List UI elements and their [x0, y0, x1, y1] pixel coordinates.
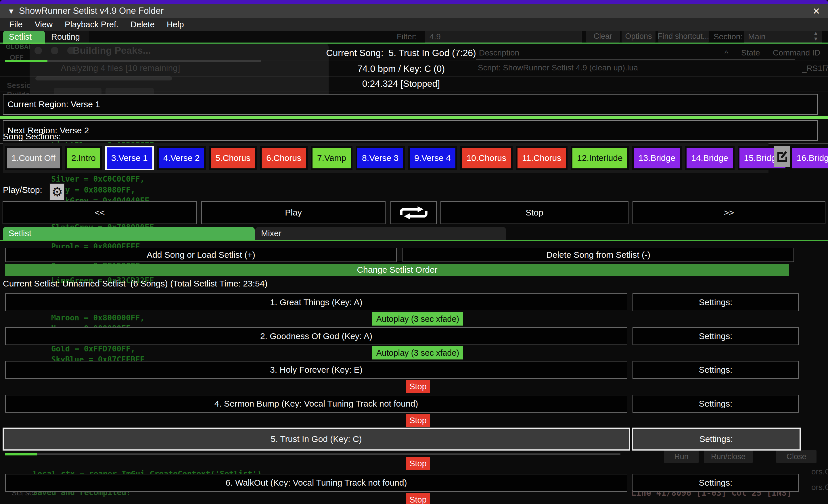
song-settings-4[interactable]: Settings: [632, 395, 799, 413]
playback-settings-button[interactable]: ⚙ [49, 183, 65, 201]
song-row-1[interactable]: 1. Great Things (Key: A) [5, 293, 627, 311]
edit-sections-button[interactable] [774, 146, 790, 167]
song-settings-6[interactable]: Settings: [632, 474, 799, 492]
tab-mixer-label: Mixer [261, 229, 282, 238]
song-settings-3[interactable]: Settings: [632, 361, 799, 379]
song-row-2[interactable]: 2. Goodness Of God (Key: A) [5, 327, 627, 345]
transition-label: Stop [409, 495, 427, 504]
add-song-button[interactable]: Add Song or Load Setlist (+) [5, 248, 397, 262]
divider [0, 91, 828, 91]
transition-badge-2[interactable]: Autoplay (3 sec xfade) [372, 346, 463, 360]
bg-find-shortcut-button: Find shortcut... [658, 30, 709, 43]
song-settings-5[interactable]: Settings: [632, 427, 801, 451]
edit-icon [776, 149, 788, 164]
time-status-value: 0:24.324 [Stopped] [362, 79, 440, 89]
section-button-count-off[interactable]: 1.Count Off [5, 146, 62, 170]
transition-label: Autoplay (3 sec xfade) [376, 314, 459, 324]
section-button-bridge-13[interactable]: 13.Bridge [632, 146, 682, 170]
change-order-button[interactable]: Change Setlist Order [5, 264, 789, 276]
tab-setlist-main[interactable]: Setlist [3, 31, 45, 43]
transition-label: Stop [409, 459, 427, 468]
tab-underline [0, 43, 828, 44]
song-title: 3. Holy Forever (Key: E) [270, 365, 363, 375]
settings-label: Settings: [699, 297, 733, 307]
tab-routing[interactable]: Routing [45, 31, 89, 43]
loop-toggle-button[interactable] [390, 201, 437, 224]
song-row-6[interactable]: 6. WalkOut (Key: Vocal Tuning Track not … [5, 474, 627, 492]
section-button-chorus-11[interactable]: 11.Chorus [516, 146, 568, 170]
add-song-label: Add Song or Load Setlist (+) [147, 250, 255, 260]
settings-label: Settings: [699, 331, 733, 341]
song-row-3[interactable]: 3. Holy Forever (Key: E) [5, 361, 627, 379]
bg-code-line: Maroon = 0x800000FF, [51, 313, 144, 322]
transition-badge-3[interactable]: Stop [406, 380, 430, 393]
song-row-4[interactable]: 4. Sermon Bump (Key: Vocal Tuning Track … [5, 395, 627, 413]
section-button-vamp[interactable]: 7.Vamp [311, 146, 353, 170]
section-button-verse-3[interactable]: 8.Verse 3 [356, 146, 405, 170]
play-button[interactable]: Play [201, 201, 385, 224]
title-bar[interactable]: ▼ ShowRunner Setlist v4.9 One Folder ✕ [0, 4, 828, 18]
section-label: 1.Count Off [11, 153, 55, 163]
stop-button[interactable]: Stop [441, 201, 628, 224]
song-settings-2[interactable]: Settings: [632, 327, 799, 345]
window-title: ShowRunner Setlist v4.9 One Folder [19, 6, 164, 16]
bg-action-row-command-id: _RS1f700bf0bd [802, 64, 828, 73]
bg-filter-value: 4.9 [429, 32, 441, 41]
menu-file[interactable]: File [9, 20, 23, 29]
current-region-box: Current Region: Verse 1 [3, 94, 818, 114]
menu-help[interactable]: Help [167, 20, 184, 29]
section-button-chorus-6[interactable]: 6.Chorus [260, 146, 307, 170]
change-order-label: Change Setlist Order [357, 265, 437, 275]
loop-icon [397, 204, 430, 221]
tempo-key-value: 74.0 bpm / Key: C (0) [357, 63, 445, 74]
menu-playback-pref[interactable]: Playback Pref. [65, 20, 118, 29]
time-status-line: 0:24.324 [Stopped] [0, 77, 802, 90]
bg-code-line: Silver = 0xC0C0C0FF, [51, 174, 144, 183]
tab-mixer[interactable]: Mixer [255, 227, 506, 240]
settings-label: Settings: [699, 478, 733, 488]
section-label: 13.Bridge [638, 153, 675, 163]
settings-label: Settings: [700, 434, 733, 444]
section-label: 8.Verse 3 [362, 153, 399, 163]
song-settings-1[interactable]: Settings: [632, 293, 799, 311]
transition-badge-6[interactable]: Stop [406, 493, 430, 504]
prev-song-button[interactable]: << [3, 201, 197, 224]
transition-label: Stop [409, 416, 427, 425]
section-button-bridge-16[interactable]: 16.Bridge [790, 146, 828, 170]
section-label: 3.Verse 1 [111, 153, 148, 163]
bg-filter-label: Filter: [397, 32, 417, 41]
transition-badge-1[interactable]: Autoplay (3 sec xfade) [372, 312, 463, 326]
current-song-line: Current Song: 5. Trust In God (7:26) [0, 45, 802, 60]
delete-song-label: Delete Song from Setlist (-) [546, 250, 650, 260]
song-title: 2. Goodness Of God (Key: A) [260, 331, 372, 341]
section-button-interlude[interactable]: 12.Interlude [571, 146, 629, 170]
transition-label: Autoplay (3 sec xfade) [376, 348, 459, 358]
delete-song-button[interactable]: Delete Song from Setlist (-) [403, 248, 794, 262]
section-button-chorus-10[interactable]: 10.Chorus [460, 146, 512, 170]
menu-view[interactable]: View [35, 20, 53, 29]
mini-progress-fill [5, 60, 47, 62]
section-button-bridge-14[interactable]: 14.Bridge [685, 146, 734, 170]
tab-setlist-sub[interactable]: Setlist [3, 227, 255, 240]
setlist-summary: Current Setlist: Unnamed Setlist (6 Song… [3, 279, 267, 288]
tab-underline-active [3, 43, 45, 44]
next-song-button[interactable]: >> [632, 201, 825, 224]
next-song-label: >> [724, 208, 734, 218]
bg-clear-button: Clear [586, 30, 620, 43]
song-progress-track [5, 453, 620, 455]
section-button-verse-2[interactable]: 4.Verse 2 [157, 146, 206, 170]
section-button-chorus-5[interactable]: 5.Chorus [209, 146, 257, 170]
section-button-intro[interactable]: 2.Intro [65, 146, 102, 170]
close-icon[interactable]: ✕ [813, 6, 820, 17]
transition-badge-4[interactable]: Stop [406, 414, 430, 427]
menu-delete[interactable]: Delete [130, 20, 155, 29]
next-region-box: Next Region: Verse 2 [3, 120, 818, 141]
play-label: Play [285, 208, 301, 218]
collapse-arrow-icon[interactable]: ▼ [7, 7, 15, 16]
song-row-5-current[interactable]: 5. Trust In God (Key: C) [3, 427, 630, 451]
transition-badge-5[interactable]: Stop [406, 457, 430, 470]
section-label: 9.Verse 4 [414, 153, 451, 163]
showrunner-window: GLOBAL OFF Session Builder Building Peak… [0, 0, 828, 504]
section-button-verse-4[interactable]: 9.Verse 4 [408, 146, 457, 170]
section-button-verse-1[interactable]: 3.Verse 1 [105, 146, 154, 170]
